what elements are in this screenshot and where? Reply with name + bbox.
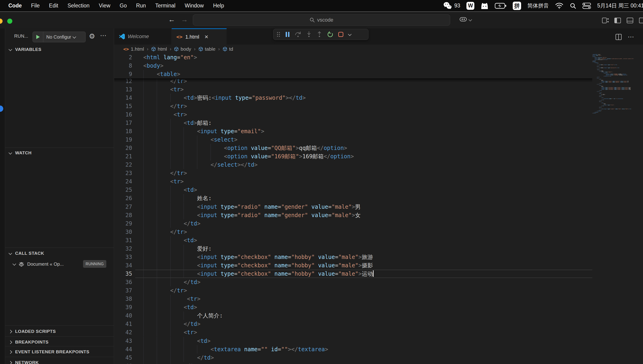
code-line-28[interactable]: 28 <input type="radio" name="gender" val…: [114, 211, 643, 220]
chevron-down-icon[interactable]: [348, 32, 352, 36]
control-center-icon[interactable]: [582, 3, 591, 9]
code-line-34[interactable]: 34 <input type="checkbox" name="hobby" v…: [114, 261, 643, 270]
code-line-41[interactable]: 41 </td>: [114, 320, 643, 328]
code-line-46[interactable]: 46 </tr>: [114, 362, 643, 364]
split-editor-icon[interactable]: [615, 34, 621, 40]
code-line-25[interactable]: 25 <td>: [114, 186, 643, 194]
code-line-37[interactable]: 37 </tr>: [114, 286, 643, 295]
code-line-43[interactable]: 43 <td>: [114, 337, 643, 345]
sidebar-section-variables[interactable]: VARIABLES: [5, 46, 114, 54]
menu-item-view[interactable]: View: [94, 2, 115, 9]
code-line-21[interactable]: 21 <option value="169邮箱">169邮箱</option>: [114, 152, 643, 160]
code-line-45[interactable]: 45 </td>: [114, 354, 643, 362]
battery-icon[interactable]: [495, 3, 506, 9]
menu-clock[interactable]: 5月14日 周三 00:41: [597, 2, 643, 9]
more-actions-icon[interactable]: ⋯: [100, 32, 107, 39]
cat-app-icon[interactable]: [481, 2, 489, 10]
menu-item-selection[interactable]: Selection: [63, 2, 94, 9]
sticky-scroll[interactable]: 2<html lang="en">8<body>9 <table>: [114, 53, 592, 78]
step-into-icon[interactable]: [306, 32, 312, 38]
sidebar-section-loaded-scripts[interactable]: LOADED SCRIPTS: [5, 328, 114, 336]
stop-icon[interactable]: [338, 32, 344, 37]
menu-item-go[interactable]: Go: [115, 2, 131, 9]
sidebar-section-call-stack[interactable]: CALL STACK: [5, 250, 114, 257]
toggle-secondary-sidebar-icon[interactable]: [639, 18, 643, 23]
zoom-button[interactable]: [7, 18, 12, 24]
copilot-menu[interactable]: [459, 16, 472, 23]
breadcrumb-item-table[interactable]: table: [198, 46, 216, 52]
sidebar-section-breakpoints[interactable]: BREAKPOINTS: [5, 338, 114, 346]
wifi-icon[interactable]: [555, 2, 563, 9]
menu-item-terminal[interactable]: Terminal: [151, 2, 180, 9]
code-line-29[interactable]: 29 </td>: [114, 220, 643, 228]
breadcrumb-item-body[interactable]: body: [174, 46, 191, 52]
pause-icon[interactable]: [285, 32, 290, 37]
step-over-icon[interactable]: [295, 32, 301, 38]
menu-item-run[interactable]: Run: [131, 2, 151, 9]
minimap[interactable]: <!DOCTYPE html><html lang="en"><head> <m…: [592, 54, 641, 116]
sidebar-section-watch[interactable]: WATCH: [5, 149, 114, 157]
code-line-16[interactable]: 16 <tr>: [114, 110, 643, 119]
code-line-8[interactable]: 8<body>: [114, 62, 592, 70]
code-line-17[interactable]: 17 <td>邮箱:: [114, 119, 643, 127]
code-line-23[interactable]: 23 </tr>: [114, 169, 643, 177]
code-line-19[interactable]: 19 <select>: [114, 136, 643, 144]
code-line-35[interactable]: 35 <input type="checkbox" name="hobby" v…: [114, 270, 643, 278]
breadcrumb-item-td[interactable]: td: [223, 46, 233, 52]
forward-arrow-icon[interactable]: →: [181, 16, 188, 24]
command-center-search[interactable]: vscode: [193, 14, 450, 26]
code-line-38[interactable]: 38 <tr>: [114, 295, 643, 303]
tab-welcome[interactable]: Welcome: [114, 28, 172, 45]
code-line-24[interactable]: 24 <tr>: [114, 177, 643, 186]
back-arrow-icon[interactable]: ←: [168, 16, 175, 24]
code-line-18[interactable]: 18 <input type="email">: [114, 127, 643, 136]
menu-item-edit[interactable]: Edit: [45, 2, 63, 9]
code-line-31[interactable]: 31 <td>: [114, 236, 643, 244]
sidebar-section-event-listener-breakpoints[interactable]: EVENT LISTENER BREAKPOINTS: [5, 348, 114, 356]
tab-1html[interactable]: <> 1.html ✕: [172, 28, 227, 45]
minimize-button[interactable]: [0, 18, 3, 24]
code-line-39[interactable]: 39 <td>: [114, 303, 643, 312]
breadcrumb-item-1.html[interactable]: <>1.html: [123, 46, 144, 52]
w-app-icon[interactable]: W: [466, 2, 474, 10]
ime-name[interactable]: 简体拼音: [527, 2, 549, 9]
menu-item-window[interactable]: Window: [180, 2, 208, 9]
start-debug-button[interactable]: [33, 32, 43, 42]
code-line-14[interactable]: 14 <td>密码:<input type="password"></td>: [114, 94, 643, 102]
code-line-40[interactable]: 40 个人简介:: [114, 312, 643, 320]
breadcrumb-item-html[interactable]: html: [151, 46, 167, 52]
customize-layout-icon[interactable]: [602, 18, 608, 23]
debug-config-dropdown[interactable]: No Configur: [33, 32, 86, 42]
code-line-2[interactable]: 2<html lang="en">: [114, 53, 592, 62]
code-line-30[interactable]: 30 </tr>: [114, 228, 643, 236]
code-line-33[interactable]: 33 <input type="checkbox" name="hobby" v…: [114, 253, 643, 261]
code-line-44[interactable]: 44 <textarea name="" id=""></textarea>: [114, 345, 643, 354]
code-line-26[interactable]: 26 姓名:: [114, 194, 643, 202]
sidebar-section-network[interactable]: NETWORK: [5, 359, 114, 364]
code-line-9[interactable]: 9 <table>: [114, 70, 592, 78]
close-icon[interactable]: ✕: [204, 34, 208, 40]
toggle-panel-icon[interactable]: [627, 18, 633, 23]
code-line-27[interactable]: 27 <input type="radio" name="gender" val…: [114, 203, 643, 211]
menu-item-file[interactable]: File: [27, 2, 45, 9]
toggle-sidebar-icon[interactable]: [614, 18, 621, 23]
menu-item-help[interactable]: Help: [208, 2, 229, 9]
drag-grip-icon[interactable]: [277, 32, 280, 37]
code-line-42[interactable]: 42 <tr>: [114, 328, 643, 336]
code-line-32[interactable]: 32 爱好:: [114, 244, 643, 253]
more-actions-icon[interactable]: ⋯: [628, 33, 634, 41]
pinyin-icon[interactable]: 拼: [513, 2, 521, 10]
wechat-status[interactable]: 93: [443, 2, 460, 10]
spotlight-icon[interactable]: [570, 2, 576, 9]
code-line-36[interactable]: 36 </td>: [114, 278, 643, 286]
code-line-22[interactable]: 22 </select></td>: [114, 160, 643, 169]
step-out-icon[interactable]: [316, 32, 322, 38]
code-line-13[interactable]: 13 <tr>: [114, 85, 643, 94]
code-line-15[interactable]: 15 </tr>: [114, 102, 643, 110]
restart-icon[interactable]: [327, 32, 333, 38]
gear-icon[interactable]: ⚙: [89, 32, 95, 40]
line-number: 42: [114, 328, 132, 336]
code-line-20[interactable]: 20 <option value="QQ邮箱">qq邮箱</option>: [114, 144, 643, 152]
code-editor[interactable]: 12 </tr>13 <tr>14 <td>密码:<input type="pa…: [114, 53, 643, 364]
apple-menu-app-name[interactable]: Code: [4, 2, 27, 9]
